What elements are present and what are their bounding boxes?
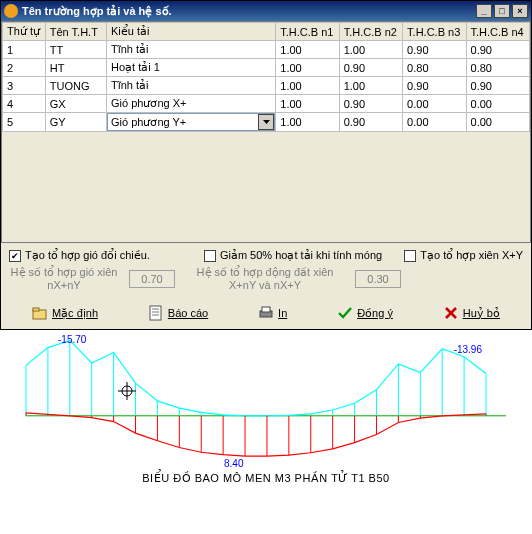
col-n4: T.H.C.B n4 [466, 23, 529, 41]
col-index: Thứ tự [3, 23, 46, 41]
col-n3: T.H.C.B n3 [403, 23, 466, 41]
folder-icon [32, 305, 48, 321]
coef-eq-label: Hệ số tổ hợp động đất xiên X+nY và nX+Y [185, 266, 345, 291]
ok-button[interactable]: Đồng ý [337, 305, 393, 321]
load-type-dropdown-list[interactable]: Gió phương Y+Gió phương Y-Gió động phươn… [107, 131, 276, 132]
load-type-combobox[interactable]: Gió phương Y+ [107, 113, 275, 131]
printer-icon [258, 305, 274, 321]
ok-button-label: Đồng ý [357, 307, 393, 319]
checkbox-xy-label: Tạo tổ hợp xiên X+Y [420, 249, 523, 262]
chart-annotation-min-left: -15.70 [58, 334, 86, 345]
chart-annotation-max: 8.40 [224, 458, 243, 469]
svg-rect-1 [33, 308, 39, 311]
cross-icon [443, 305, 459, 321]
coef-wind-input [129, 270, 175, 288]
chart-annotation-min-right: -13.96 [454, 344, 482, 355]
chart-title: BIỂU ĐỒ BAO MÔ MEN M3 PHẦN TỬ T1 B50 [6, 472, 526, 485]
load-cases-table: Thứ tự Tên T.H.T Kiểu tải T.H.C.B n1 T.H… [1, 21, 531, 243]
chevron-down-icon[interactable] [258, 114, 274, 130]
options-panel: ✔ Tạo tổ hợp gió đổi chiều. Giảm 50% hoạ… [1, 243, 531, 299]
svg-rect-2 [150, 306, 161, 320]
button-row: Mặc định Báo cáo In Đồng ý Huỷ bỏ [1, 299, 531, 329]
checkbox-reverse-wind[interactable]: ✔ Tạo tổ hợp gió đổi chiều. [9, 249, 150, 262]
dialog-window: Tên trường hợp tải và hệ số. _ □ × Thứ t… [0, 0, 532, 330]
report-button[interactable]: Báo cáo [148, 305, 208, 321]
coef-eq-input [355, 270, 401, 288]
table-row[interactable]: 3TUONGTĩnh tải1.001.000.900.90 [3, 77, 530, 95]
report-button-label: Báo cáo [168, 307, 208, 319]
app-icon [4, 4, 18, 18]
window-title: Tên trường hợp tải và hệ số. [22, 5, 474, 18]
close-button[interactable]: × [512, 4, 528, 18]
table-row[interactable]: 2HTHoạt tải 11.000.900.800.80 [3, 59, 530, 77]
table-row[interactable]: 1TTTĩnh tải1.001.000.900.90 [3, 41, 530, 59]
checkbox-reduce-live-label: Giảm 50% hoạt tải khi tính móng [220, 249, 382, 262]
checkbox-reduce-live[interactable]: Giảm 50% hoạt tải khi tính móng [204, 249, 382, 262]
minimize-button[interactable]: _ [476, 4, 492, 18]
titlebar[interactable]: Tên trường hợp tải và hệ số. _ □ × [1, 1, 531, 21]
col-name: Tên T.H.T [45, 23, 106, 41]
coef-wind-label: Hệ số tổ hợp gió xiên nX+nY [9, 266, 119, 291]
default-button-label: Mặc định [52, 307, 98, 319]
print-button[interactable]: In [258, 305, 287, 321]
maximize-button[interactable]: □ [494, 4, 510, 18]
col-n1: T.H.C.B n1 [276, 23, 339, 41]
checkbox-reverse-wind-label: Tạo tổ hợp gió đổi chiều. [25, 249, 150, 262]
table-row[interactable]: 4GXGió phương X+1.000.900.000.00 [3, 95, 530, 113]
default-button[interactable]: Mặc định [32, 305, 98, 321]
notepad-icon [148, 305, 164, 321]
envelope-chart [6, 334, 526, 464]
check-icon [337, 305, 353, 321]
crosshair-cursor-icon [118, 382, 136, 402]
cancel-button-label: Huỷ bỏ [463, 307, 500, 319]
table-header-row: Thứ tự Tên T.H.T Kiểu tải T.H.C.B n1 T.H… [3, 23, 530, 41]
chart-area: -15.70 -13.96 8.40 BIỂU ĐỒ BAO MÔ MEN M3… [0, 330, 532, 506]
table-row[interactable]: 5GYGió phương Y+Gió phương Y+Gió phương … [3, 113, 530, 132]
combo-value: Gió phương Y+ [108, 116, 258, 129]
col-type: Kiểu tải [106, 23, 275, 41]
checkbox-xy-combination[interactable]: Tạo tổ hợp xiên X+Y [404, 249, 523, 262]
cancel-button[interactable]: Huỷ bỏ [443, 305, 500, 321]
svg-rect-7 [262, 307, 270, 312]
col-n2: T.H.C.B n2 [339, 23, 402, 41]
print-button-label: In [278, 307, 287, 319]
